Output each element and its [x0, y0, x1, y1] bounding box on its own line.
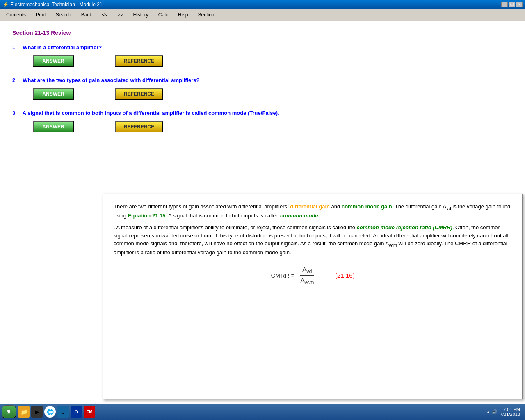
title-bar-title: ⚡ Electromechanical Technician - Module …: [2, 2, 103, 7]
q1-reference-button[interactable]: REFERENCE: [115, 55, 163, 67]
differential-gain-text: differential gain: [290, 203, 330, 210]
answer-para1-mid: and: [330, 203, 342, 210]
menu-section[interactable]: Section: [194, 10, 219, 19]
question-3: 3. A signal that is common to both input…: [12, 110, 513, 116]
menu-back[interactable]: Back: [77, 10, 97, 19]
q2-reference-button[interactable]: REFERENCE: [115, 88, 163, 100]
formula-equation-number: (21.16): [335, 272, 355, 278]
answer-panel: There are two different types of gain as…: [103, 194, 523, 399]
common-mode-gain-text: common mode gain: [342, 203, 392, 210]
menu-bar: Contents Print Search Back << >> History…: [0, 9, 525, 21]
q2-number: 2.: [12, 77, 17, 83]
main-content: Section 21-13 Review 1. What is a differ…: [0, 21, 525, 404]
app-icon: ⚡: [2, 2, 9, 7]
menu-prev[interactable]: <<: [97, 10, 112, 19]
question-2: 2. What are the two types of gain associ…: [12, 77, 513, 83]
menu-print[interactable]: Print: [31, 10, 50, 19]
q2-buttons: ANSWER REFERENCE: [33, 88, 513, 100]
menu-search[interactable]: Search: [51, 10, 76, 19]
taskbar-icon-media[interactable]: ▶: [31, 406, 43, 418]
q3-answer-button[interactable]: ANSWER: [33, 121, 74, 132]
q3-text: A signal that is common to both inputs o…: [23, 110, 279, 116]
formula-label: CMRR =: [271, 272, 296, 278]
start-icon: ⊞: [6, 409, 10, 415]
clock-date: 7/31/2018: [500, 412, 520, 417]
taskbar-icon-em[interactable]: EM: [84, 406, 95, 418]
cmrr-text: common mode rejection ratio (CMRR): [357, 224, 452, 231]
menu-contents[interactable]: Contents: [2, 10, 30, 19]
section-title: Section 21-13 Review: [12, 30, 513, 36]
q3-buttons: ANSWER REFERENCE: [33, 121, 513, 132]
start-button[interactable]: ⊞: [2, 405, 16, 418]
menu-next[interactable]: >>: [113, 10, 128, 19]
close-button[interactable]: ✕: [516, 2, 523, 7]
menu-calc[interactable]: Calc: [154, 10, 173, 19]
answer-paragraph-1: There are two different types of gain as…: [114, 203, 512, 219]
taskbar-right: ▲ 🔊 7:04 PM 7/31/2018: [486, 407, 523, 417]
answer-para2-pre: . A measure of a differential amplifier'…: [114, 224, 357, 231]
taskbar-icon-outlook[interactable]: O: [71, 406, 82, 418]
system-tray: ▲ 🔊: [486, 409, 498, 415]
common-mode-italic: common mode: [280, 212, 318, 219]
answer-para1-post3: . A signal that is common to both inputs…: [165, 212, 280, 219]
formula-numerator: Avd: [300, 265, 314, 276]
q1-number: 1.: [12, 44, 17, 50]
restore-button[interactable]: ❐: [509, 2, 515, 7]
minimize-button[interactable]: —: [501, 2, 508, 7]
window-controls: — ❐ ✕: [501, 2, 523, 7]
taskbar-icon-ie[interactable]: e: [57, 406, 69, 418]
question-1: 1. What is a differential amplifier?: [12, 44, 513, 50]
taskbar-icon-files[interactable]: 📁: [18, 406, 30, 418]
q2-text: What are the two types of gain associate…: [23, 77, 199, 83]
q3-number: 3.: [12, 110, 17, 116]
formula-fraction: Avd Avcm: [298, 265, 316, 287]
q1-buttons: ANSWER REFERENCE: [33, 55, 513, 67]
q1-answer-button[interactable]: ANSWER: [33, 55, 74, 67]
q3-reference-button[interactable]: REFERENCE: [115, 121, 163, 132]
answer-paragraph-2: . A measure of a differential amplifier'…: [114, 224, 512, 256]
menu-history[interactable]: History: [128, 10, 153, 19]
menu-help[interactable]: Help: [173, 10, 193, 19]
title-text: Electromechanical Technician - Module 21: [10, 2, 103, 7]
clock-time: 7:04 PM: [500, 407, 520, 412]
title-bar: ⚡ Electromechanical Technician - Module …: [0, 0, 525, 9]
answer-para1-pre: There are two different types of gain as…: [114, 203, 290, 210]
taskbar-icon-chrome[interactable]: 🌐: [44, 406, 56, 418]
q2-answer-button[interactable]: ANSWER: [33, 88, 74, 100]
cmrr-formula: CMRR = Avd Avcm (21.16): [114, 265, 512, 287]
q1-text: What is a differential amplifier?: [23, 44, 102, 50]
taskbar: ⊞ 📁 ▶ 🌐 e O EM ▲ 🔊 7:04 PM 7/31/2018: [0, 404, 525, 420]
formula-denominator: Avcm: [298, 276, 316, 287]
equation-link[interactable]: Equation 21.15: [128, 212, 166, 219]
clock: 7:04 PM 7/31/2018: [500, 407, 520, 417]
